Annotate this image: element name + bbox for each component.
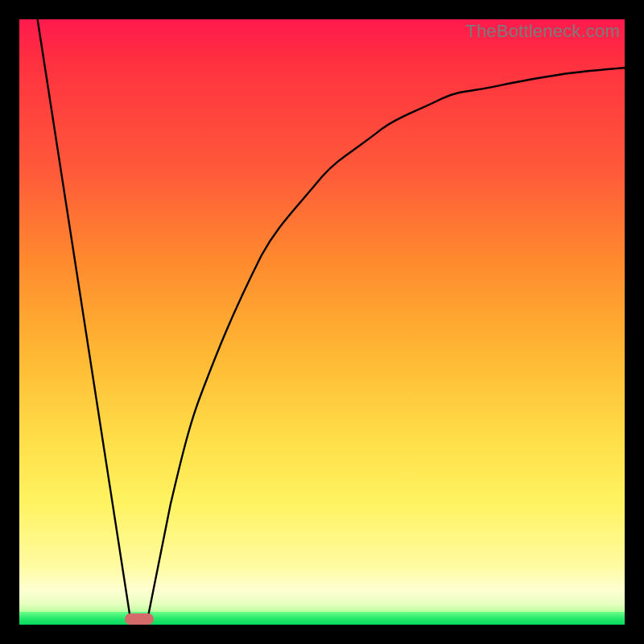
bottleneck-curve [19,19,625,625]
right-branch-curve [147,68,625,625]
left-branch-line [38,19,132,625]
optimal-point-marker [125,613,154,625]
plot-area: TheBottleneck.com [19,19,625,625]
chart-frame: TheBottleneck.com [0,0,644,644]
